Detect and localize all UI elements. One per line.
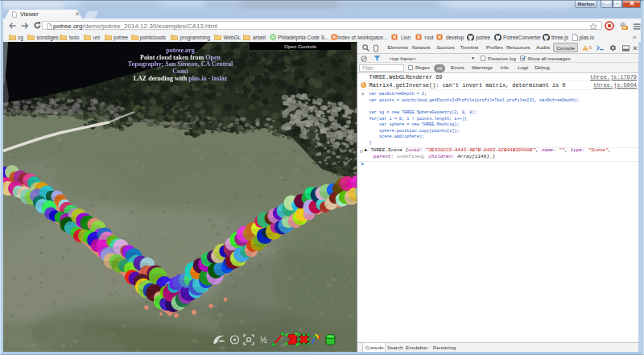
svg-text:½: ½ [260, 336, 267, 345]
